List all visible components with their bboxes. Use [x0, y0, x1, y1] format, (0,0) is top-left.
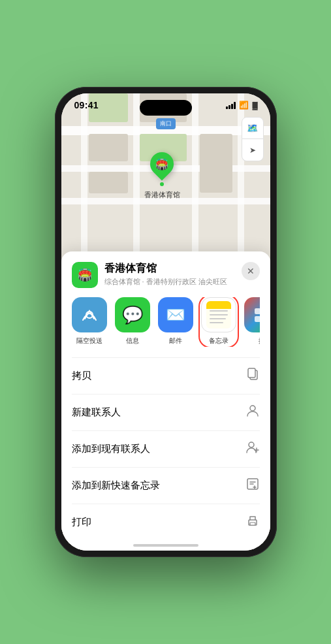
notes-icon-wrap: [201, 297, 236, 332]
place-name: 香港体育馆: [104, 262, 235, 276]
phone-screen: 09:41 📶 ▓: [61, 93, 270, 551]
bottom-sheet: 🏟️ 香港体育馆 综合体育馆 · 香港特别行政区 油尖旺区 ✕: [61, 251, 270, 551]
share-item-more[interactable]: 提: [244, 297, 260, 346]
share-item-airdrop[interactable]: 隔空投送: [72, 297, 107, 346]
messages-label: 信息: [126, 336, 139, 346]
person-add-icon: [245, 440, 260, 458]
airdrop-icon-wrap: [72, 297, 107, 332]
more-icon-wrap: [244, 297, 260, 332]
place-header: 🏟️ 香港体育馆 综合体育馆 · 香港特别行政区 油尖旺区 ✕: [72, 262, 260, 288]
airdrop-label: 隔空投送: [76, 336, 102, 346]
share-row: 隔空投送 💬 信息 ✉️ 邮件: [72, 297, 260, 347]
share-item-messages[interactable]: 💬 信息: [115, 297, 150, 346]
share-item-notes[interactable]: 备忘录: [201, 297, 236, 346]
person-icon: [245, 404, 260, 421]
menu-item-copy[interactable]: 拷贝: [72, 358, 260, 394]
menu-new-contact-label: 新建联系人: [72, 406, 121, 419]
map-type-button[interactable]: 🗺️: [242, 117, 264, 139]
home-indicator: [133, 544, 198, 547]
place-info: 香港体育馆 综合体育馆 · 香港特别行政区 油尖旺区: [104, 262, 235, 287]
place-subtitle: 综合体育馆 · 香港特别行政区 油尖旺区: [104, 277, 235, 287]
map-controls: 🗺️ ➤: [242, 117, 264, 161]
menu-item-add-contact[interactable]: 添加到现有联系人: [72, 431, 260, 468]
messages-icon-wrap: 💬: [115, 297, 150, 332]
menu-item-new-contact[interactable]: 新建联系人: [72, 394, 260, 431]
wifi-icon: 📶: [239, 101, 249, 110]
place-icon: 🏟️: [72, 262, 98, 288]
menu-list: 拷贝 新建联系人: [72, 357, 260, 540]
svg-point-3: [250, 406, 255, 411]
copy-icon: [245, 367, 260, 385]
map-marker: 🏟️ 香港体育馆: [144, 152, 180, 200]
menu-add-contact-label: 添加到现有联系人: [72, 443, 150, 455]
status-icons: 📶 ▓: [226, 101, 257, 110]
phone-frame: 09:41 📶 ▓: [55, 87, 277, 557]
menu-copy-label: 拷贝: [72, 370, 91, 382]
mail-icon-wrap: ✉️: [158, 297, 193, 332]
more-label: 提: [259, 336, 260, 346]
signal-bars-icon: [226, 101, 236, 109]
status-time: 09:41: [74, 100, 99, 110]
map-south-label: 南口: [156, 118, 176, 129]
menu-item-print[interactable]: 打印: [72, 504, 260, 540]
print-icon: [245, 513, 260, 531]
airdrop-icon: [80, 306, 99, 324]
messages-icon: 💬: [122, 305, 143, 325]
notes-label: 备忘录: [209, 336, 229, 346]
share-item-mail[interactable]: ✉️ 邮件: [158, 297, 193, 346]
menu-quick-note-label: 添加到新快速备忘录: [72, 479, 160, 492]
menu-item-quick-note[interactable]: 添加到新快速备忘录: [72, 468, 260, 504]
mail-label: 邮件: [169, 336, 182, 346]
battery-icon: ▓: [252, 101, 257, 109]
location-button[interactable]: ➤: [242, 139, 264, 161]
note-add-icon: [245, 477, 260, 494]
svg-point-4: [249, 442, 254, 447]
svg-rect-2: [248, 368, 255, 378]
svg-rect-7: [250, 523, 255, 525]
close-button[interactable]: ✕: [242, 262, 260, 280]
mail-icon: ✉️: [166, 306, 185, 324]
menu-print-label: 打印: [72, 516, 91, 528]
dynamic-island: [140, 100, 192, 116]
